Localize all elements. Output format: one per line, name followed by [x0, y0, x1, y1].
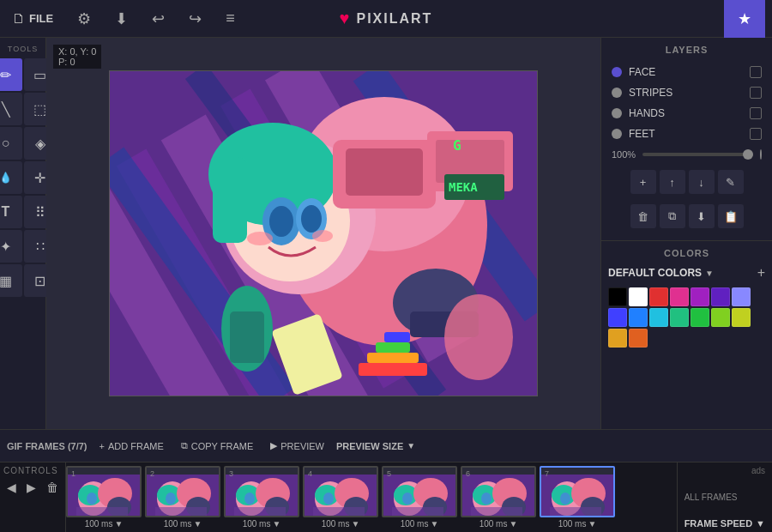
preview-size-control[interactable]: PREVIEW SIZE ▼	[336, 441, 415, 451]
prev-frame-btn[interactable]: ◀	[3, 479, 20, 496]
opacity-slider[interactable]	[642, 153, 753, 156]
canvas-area[interactable]: X: 0, Y: 0 P: 0	[46, 38, 600, 429]
move-down-btn[interactable]: ↓	[689, 170, 715, 194]
next-frame-btn[interactable]: ▶	[23, 479, 39, 496]
download-button[interactable]: ⬇	[110, 6, 133, 32]
move-up-btn[interactable]: ↑	[660, 170, 685, 194]
frame-thumb-6: 6	[461, 466, 536, 517]
frames-right: ads ALL FRAMES FRAME SPEED ▼	[677, 462, 772, 532]
add-frame-btn[interactable]: + ADD FRAME	[94, 438, 169, 455]
layer-hands[interactable]: HANDS	[608, 103, 765, 124]
svg-rect-37	[376, 342, 410, 353]
add-layer-btn[interactable]: +	[630, 170, 656, 194]
frame-item-2[interactable]: 2 100 ms ▼	[145, 466, 220, 529]
ads-label: ads	[685, 466, 765, 475]
color-swatch-0[interactable]	[608, 287, 627, 306]
layer-hands-vis[interactable]	[750, 107, 762, 119]
svg-rect-88	[471, 507, 522, 517]
magic-tool[interactable]: ✦	[0, 230, 22, 263]
svg-rect-22	[346, 148, 423, 196]
frame-speed-arrow-3[interactable]: ▼	[272, 519, 280, 529]
opacity-row: 100%	[608, 144, 765, 165]
frame-item-3[interactable]: 3 100 ms ▼	[224, 466, 299, 529]
layer-hands-dot	[612, 108, 622, 118]
frame-speed-arrow-1[interactable]: ▼	[114, 519, 123, 529]
pixel-canvas[interactable]: MEKA G	[109, 70, 538, 396]
svg-point-64	[244, 493, 255, 505]
dither-tool[interactable]: ▦	[0, 264, 22, 297]
layer-face-vis[interactable]	[750, 66, 762, 78]
color-swatch-15[interactable]	[629, 329, 648, 348]
copy-frame-icon: ⧉	[181, 440, 188, 451]
svg-point-18	[301, 205, 322, 233]
file-button[interactable]: 🗋 FILE	[7, 8, 58, 30]
redo-button[interactable]: ↪	[184, 6, 207, 32]
frame-speed-arrow-4[interactable]: ▼	[351, 519, 359, 529]
copy-frame-btn[interactable]: ⧉ COPY FRAME	[176, 437, 259, 455]
color-swatch-11[interactable]	[691, 308, 709, 327]
layer-feet[interactable]: FEET	[608, 124, 765, 144]
add-color-btn[interactable]: +	[757, 265, 765, 281]
delete-frame-btn[interactable]: 🗑	[43, 479, 62, 496]
layer-stripes-vis[interactable]	[750, 87, 762, 99]
menu-button[interactable]: ≡	[220, 6, 240, 31]
settings-button[interactable]: ⚙	[72, 6, 96, 32]
add-frame-icon: +	[100, 441, 105, 451]
frame-item-5[interactable]: 5 100 ms ▼	[382, 466, 457, 529]
frame-item-7[interactable]: 7 100 ms ▼	[540, 466, 615, 529]
right-panel: LAYERS FACE STRIPES HANDS FEET	[600, 38, 772, 429]
star-button[interactable]: ★	[724, 0, 765, 38]
layer-actions-row1: + ↑ ↓ ✎	[608, 165, 765, 199]
svg-point-19	[247, 232, 273, 245]
color-swatch-14[interactable]	[608, 329, 627, 348]
color-swatch-6[interactable]	[732, 287, 751, 306]
frame-item-4[interactable]: 4 100 ms ▼	[303, 466, 378, 529]
layer-feet-dot	[612, 129, 622, 139]
svg-rect-60	[155, 507, 207, 517]
frame-speed-value-7: 100 ms	[558, 519, 587, 529]
flatten-btn[interactable]: 📋	[718, 204, 744, 228]
svg-text:MEKA: MEKA	[449, 180, 478, 194]
circle-tool[interactable]: ○	[0, 127, 22, 160]
color-swatch-1[interactable]	[629, 287, 648, 306]
color-swatch-2[interactable]	[649, 287, 668, 306]
frames-controls: CONTROLS ◀ ▶ 🗑	[0, 462, 66, 532]
frame-speed-6: 100 ms ▼	[479, 519, 518, 529]
line-tool[interactable]: ╲	[0, 93, 22, 125]
delete-layer-btn[interactable]: 🗑	[630, 204, 656, 228]
layer-stripes[interactable]: STRIPES	[608, 82, 765, 103]
frame-item-1[interactable]: 1 100 ms ▼	[66, 466, 142, 529]
color-swatch-10[interactable]	[670, 308, 689, 327]
frame-speed-arrow-6[interactable]: ▼	[509, 519, 517, 529]
frame-item-6[interactable]: 6 100 ms ▼	[461, 466, 536, 529]
layer-feet-vis[interactable]	[750, 128, 762, 140]
pencil-tool[interactable]: ✏	[0, 58, 22, 91]
rename-btn[interactable]: ✎	[718, 170, 744, 194]
frame-speed-arrow-7[interactable]: ▼	[588, 519, 596, 529]
layers-section: LAYERS FACE STRIPES HANDS FEET	[601, 38, 772, 241]
frame-thumb-5: 5	[382, 466, 457, 517]
frame-speed-arrow-5[interactable]: ▼	[430, 519, 438, 529]
color-swatch-7[interactable]	[608, 308, 627, 327]
color-swatch-9[interactable]	[649, 308, 668, 327]
color-swatch-3[interactable]	[670, 287, 689, 306]
frame-speed-arrow-2[interactable]: ▼	[193, 519, 202, 529]
frame-thumb-3: 3	[224, 466, 299, 517]
color-swatch-12[interactable]	[711, 308, 730, 327]
color-swatch-13[interactable]	[732, 308, 751, 327]
color-swatch-8[interactable]	[629, 308, 648, 327]
eyedrop-tool[interactable]: 💧	[0, 161, 22, 194]
preview-label: PREVIEW	[280, 441, 324, 451]
layer-stripes-name: STRIPES	[629, 87, 743, 99]
undo-button[interactable]: ↩	[147, 6, 170, 32]
gif-bar: GIF FRAMES (7/7) + ADD FRAME ⧉ COPY FRAM…	[0, 429, 772, 462]
frame-speed-value-2: 100 ms	[164, 519, 192, 529]
preview-btn[interactable]: ▶ PREVIEW	[265, 437, 329, 455]
layer-face[interactable]: FACE	[608, 62, 765, 82]
color-swatch-5[interactable]	[711, 287, 730, 306]
text-tool[interactable]: T	[0, 196, 22, 228]
color-swatch-4[interactable]	[691, 287, 709, 306]
svg-point-71	[323, 493, 334, 505]
duplicate-layer-btn[interactable]: ⧉	[660, 204, 685, 228]
merge-down-btn[interactable]: ⬇	[689, 204, 715, 228]
